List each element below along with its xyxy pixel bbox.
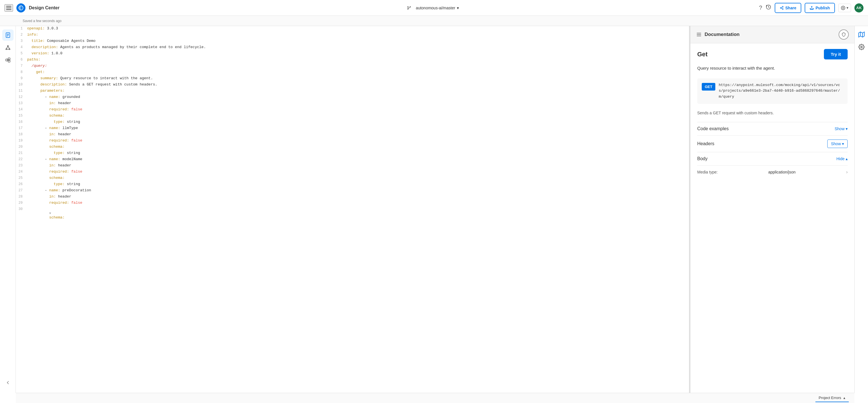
headers-toggle[interactable]: Show ▾ (827, 140, 848, 148)
headers-label: Headers (697, 141, 714, 146)
branch-icon (407, 6, 411, 10)
publish-icon (810, 6, 814, 10)
chevron-right-icon[interactable]: › (846, 170, 848, 175)
svg-point-3 (410, 6, 411, 7)
url-text: https://anypoint.mulesoft.com/mocking/ap… (719, 82, 843, 100)
settings-icon (841, 6, 845, 10)
share-button[interactable]: Share (775, 3, 802, 13)
sends-description: Sends a GET request with custom headers. (697, 111, 848, 115)
try-it-button[interactable]: Try it (824, 49, 848, 59)
svg-point-9 (782, 8, 783, 10)
code-editor[interactable]: 1 openapi: 3.0.3 2 info: 3 title: Compos… (16, 26, 689, 393)
code-line: 25 schema: (16, 175, 689, 182)
svg-line-10 (781, 8, 782, 8)
code-line: 26 type: string (16, 182, 689, 188)
svg-line-11 (781, 7, 782, 7)
share-icon (780, 6, 784, 10)
code-line: 9 summary: Query resource to interact wi… (16, 76, 689, 82)
get-section: Get Try it (697, 49, 848, 59)
code-examples-row: Code examples Show ▾ (697, 122, 848, 135)
left-sidebar (0, 26, 16, 393)
right-panel: Documentation Get Try it Query resource … (690, 26, 855, 393)
menu-button[interactable] (4, 4, 13, 11)
code-line: 21 type: string (16, 150, 689, 157)
code-line: 1 openapi: 3.0.3 (16, 26, 689, 32)
app-logo (17, 3, 26, 12)
svg-rect-26 (8, 60, 10, 62)
svg-point-35 (861, 46, 862, 48)
code-line: 8 get: (16, 69, 689, 76)
topbar-left: Design Center (4, 3, 759, 12)
code-line: 28 in: header (16, 194, 689, 200)
code-line: 17 - name: llmType (16, 126, 689, 132)
headers-row: Headers Show ▾ (697, 135, 848, 152)
svg-point-20 (9, 49, 10, 50)
user-avatar[interactable]: AK (855, 3, 864, 12)
body-row: Body Hide ▴ (697, 152, 848, 165)
code-line: 19 required: false (16, 138, 689, 144)
code-line: 18 in: header (16, 132, 689, 138)
sidebar-bottom-icon (4, 376, 11, 390)
app-title: Design Center (29, 5, 59, 10)
right-sidebar-map-button[interactable] (857, 29, 867, 39)
code-line: 11 parameters: (16, 88, 689, 94)
sidebar-item-document[interactable] (2, 29, 13, 41)
body-label: Body (697, 156, 707, 161)
sidebar-expand-button[interactable] (4, 376, 11, 390)
code-line: 24 required: false (16, 169, 689, 175)
project-errors-tab[interactable]: Project Errors ▴ (815, 394, 849, 402)
doc-body: Get Try it Query resource to interact wi… (690, 43, 855, 393)
settings-button[interactable]: ▾ (838, 4, 851, 12)
topbar-right: ? Share Publish (759, 3, 864, 13)
sidebar-item-integration[interactable] (2, 54, 13, 66)
right-sidebar-settings-button[interactable] (857, 42, 867, 52)
method-description: Query resource to interact with the agen… (697, 65, 848, 71)
body-toggle[interactable]: Hide ▴ (836, 156, 848, 161)
chevron-up-icon[interactable]: ▴ (843, 396, 845, 400)
topbar-center: autonomous-ai/master ▾ (407, 4, 461, 11)
gear-icon (858, 44, 865, 50)
svg-point-2 (408, 6, 408, 7)
saved-status: Saved a few seconds ago (23, 19, 61, 23)
code-line: 20 schema: (16, 144, 689, 150)
media-type-label: Media type: (697, 170, 718, 174)
project-errors-label: Project Errors (819, 396, 841, 400)
menu-lines-icon (696, 32, 702, 37)
svg-point-1 (21, 7, 22, 8)
code-line: 23 in: header (16, 163, 689, 169)
map-icon (858, 31, 865, 38)
help-button[interactable]: ? (759, 4, 762, 11)
code-line: 15 schema: (16, 113, 689, 119)
svg-point-19 (6, 49, 6, 50)
code-line: 14 required: false (16, 107, 689, 113)
history-button[interactable] (766, 4, 771, 11)
chevron-down-icon: ▾ (457, 6, 459, 10)
code-examples-label: Code examples (697, 126, 728, 131)
chevron-up-icon: ▴ (846, 156, 848, 161)
doc-header: Documentation (690, 26, 855, 43)
svg-point-13 (842, 7, 844, 8)
code-examples-toggle[interactable]: Show ▾ (835, 126, 848, 131)
code-line: 13 in: header (16, 101, 689, 107)
chevron-down-icon: ▾ (842, 142, 844, 146)
publish-button[interactable]: Publish (805, 3, 835, 13)
branch-selector[interactable]: autonomous-ai/master ▾ (414, 4, 461, 11)
svg-marker-32 (858, 32, 864, 37)
code-line: 30 ▼ schema: (16, 207, 689, 224)
svg-point-7 (782, 6, 783, 7)
code-line: 2 info: (16, 32, 689, 38)
svg-line-21 (6, 47, 8, 49)
doc-header-left: Documentation (696, 32, 740, 37)
right-sidebar (855, 26, 868, 393)
chevron-down-icon: ▾ (846, 126, 848, 131)
code-line: 29 required: false (16, 200, 689, 207)
code-line: 22 - name: modelName (16, 157, 689, 163)
svg-line-22 (8, 47, 10, 49)
svg-point-18 (7, 46, 8, 47)
sidebar-item-graph[interactable] (2, 42, 13, 53)
shield-button[interactable] (839, 29, 849, 39)
code-line: 6 paths: (16, 57, 689, 63)
svg-rect-25 (8, 58, 10, 60)
editor-area: 1 openapi: 3.0.3 2 info: 3 title: Compos… (16, 26, 689, 393)
svg-point-8 (780, 7, 781, 8)
